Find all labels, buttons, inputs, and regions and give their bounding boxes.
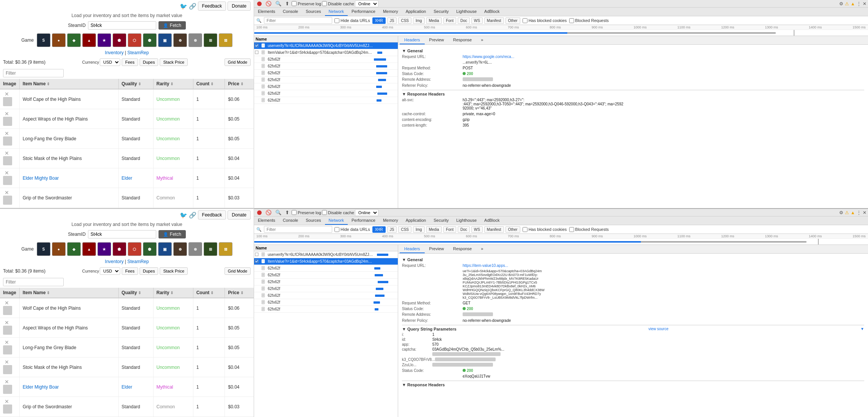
- tab-security-bottom[interactable]: Security: [430, 216, 452, 225]
- dupes-button-bottom[interactable]: Dupes: [140, 267, 159, 275]
- preserve-log-checkbox-bottom[interactable]: [292, 210, 297, 215]
- col-image-top[interactable]: Image: [0, 79, 19, 89]
- tab-performance-top[interactable]: Performance: [348, 8, 379, 16]
- tab-memory-top[interactable]: Memory: [379, 8, 402, 16]
- filter-input-bottom[interactable]: [3, 278, 64, 286]
- net-list-item[interactable]: 62fx62f: [254, 279, 398, 285]
- chip-ws-bottom[interactable]: WS: [471, 226, 483, 233]
- fetch-button-bottom[interactable]: Fetch: [159, 230, 186, 238]
- tab-lighthouse-top[interactable]: Lighthouse: [452, 8, 480, 16]
- net-list-item[interactable]: 62fx62f: [254, 292, 398, 299]
- remove-item-button[interactable]: ✕: [3, 379, 11, 385]
- remove-item-button[interactable]: ✕: [3, 170, 11, 176]
- view-source-link-bottom[interactable]: view source: [648, 327, 669, 331]
- tab-sources-bottom[interactable]: Sources: [302, 216, 325, 225]
- chip-img-top[interactable]: Img: [413, 17, 425, 24]
- fees-button-bottom[interactable]: Fees: [122, 267, 138, 275]
- blocked-requests-top[interactable]: Blocked Requests: [569, 18, 609, 23]
- chip-font-top[interactable]: Font: [443, 17, 456, 24]
- net-list-item[interactable]: 62fx62f: [254, 272, 398, 279]
- col-image-bottom[interactable]: Image: [0, 288, 19, 298]
- game-icon-7-b[interactable]: ⬡: [128, 242, 141, 256]
- tab-elements-bottom[interactable]: Elements: [254, 216, 279, 225]
- chip-ws-top[interactable]: WS: [471, 17, 483, 24]
- game-icon-10-b[interactable]: ⊕: [173, 242, 187, 256]
- net-list-item[interactable]: 62fx62f: [254, 77, 398, 83]
- game-icon-4-b[interactable]: ▲: [82, 242, 96, 256]
- game-icon-5-b[interactable]: ★: [97, 242, 111, 256]
- stack-price-button-bottom[interactable]: Stack Price: [160, 267, 188, 275]
- tab-application-top[interactable]: Application: [402, 8, 430, 16]
- chip-other-bottom[interactable]: Other: [505, 226, 520, 233]
- chain-icon-bottom[interactable]: 🔗: [189, 212, 196, 219]
- remove-item-button[interactable]: ✕: [3, 300, 11, 306]
- details-tab-response-bottom[interactable]: Response: [449, 245, 477, 253]
- chip-img-bottom[interactable]: Img: [413, 226, 425, 233]
- chip-xhr-top[interactable]: XHR: [372, 17, 386, 24]
- tab-application-bottom[interactable]: Application: [402, 216, 430, 225]
- tab-adblock-bottom[interactable]: AdBlock: [480, 216, 503, 225]
- chip-xhr-bottom[interactable]: XHR: [372, 226, 386, 233]
- settings-icon-top[interactable]: ⚙: [839, 1, 843, 6]
- tab-sources-top[interactable]: Sources: [302, 8, 325, 16]
- game-icon-6[interactable]: ⬟: [113, 33, 126, 47]
- col-count-top[interactable]: Count: [193, 79, 225, 89]
- col-count-bottom[interactable]: Count: [193, 288, 225, 298]
- more-icon-bottom[interactable]: ⋮: [857, 210, 861, 215]
- stack-price-button-top[interactable]: Stack Price: [160, 58, 188, 66]
- remove-item-button[interactable]: ✕: [3, 111, 11, 117]
- net-list-item[interactable]: userverify?k=6LfCRkUAAAAA0k3W9Qc4zBY0rbN…: [254, 251, 398, 258]
- net-list-item[interactable]: ItemValue?i=1&id=St4ck&app=570&captcha=0…: [254, 258, 398, 265]
- net-list-item[interactable]: 62fx62f: [254, 70, 398, 77]
- game-icon-11-b[interactable]: ⊗: [188, 242, 202, 256]
- record-button-bottom[interactable]: [257, 210, 262, 215]
- details-tab-headers-bottom[interactable]: Headers: [400, 245, 425, 253]
- steamid-input-bottom[interactable]: [88, 230, 156, 238]
- game-icon-9[interactable]: ▣: [158, 33, 172, 47]
- game-icon-steam[interactable]: S: [37, 33, 50, 47]
- fetch-button-top[interactable]: Fetch: [159, 21, 186, 30]
- chip-js-bottom[interactable]: JS: [387, 226, 397, 233]
- game-icon-12-b[interactable]: ⊞: [204, 242, 217, 256]
- chip-manifest-bottom[interactable]: Manifest: [484, 226, 504, 233]
- remove-item-button[interactable]: ✕: [3, 398, 11, 404]
- game-icon-10[interactable]: ⊕: [173, 33, 187, 47]
- steamid-input-top[interactable]: [88, 21, 156, 30]
- currency-dropdown-top[interactable]: USDEURGBP: [100, 58, 120, 66]
- tab-network-top[interactable]: Network: [325, 8, 348, 16]
- steamrep-link-top[interactable]: SteamRep: [127, 50, 149, 55]
- clear-button-bottom[interactable]: 🚫: [264, 209, 273, 216]
- col-rarity-top[interactable]: Rarity: [153, 79, 193, 89]
- details-tab-preview-top[interactable]: Preview: [425, 36, 449, 44]
- filter-input-net-top[interactable]: [264, 17, 332, 24]
- col-quality-bottom[interactable]: Quality: [118, 288, 153, 298]
- filter-input-top[interactable]: [3, 69, 64, 77]
- chip-doc-bottom[interactable]: Doc: [458, 226, 470, 233]
- net-list-item[interactable]: 62fx62f: [254, 63, 398, 70]
- chip-media-top[interactable]: Media: [426, 17, 442, 24]
- more-icon-top[interactable]: ⋮: [857, 1, 861, 6]
- remove-item-button[interactable]: ✕: [3, 359, 11, 365]
- game-icon-steam-b[interactable]: S: [37, 242, 50, 256]
- chip-js-top[interactable]: JS: [387, 17, 397, 24]
- filter-icon-top[interactable]: 🔍: [274, 0, 283, 7]
- game-icon-13-b[interactable]: ⊠: [219, 242, 232, 256]
- tab-console-bottom[interactable]: Console: [279, 216, 302, 225]
- grid-mode-button-top[interactable]: Grid Mode: [224, 58, 251, 66]
- net-list-item[interactable]: 62fx62f: [254, 83, 398, 90]
- tab-performance-bottom[interactable]: Performance: [348, 216, 379, 225]
- game-icon-13[interactable]: ⊠: [219, 33, 232, 47]
- currency-dropdown-bottom[interactable]: USDEURGBP: [100, 267, 120, 275]
- donate-button-top[interactable]: Donate: [228, 2, 251, 11]
- net-list-item[interactable]: 62fx62f: [254, 306, 398, 313]
- game-icon-6-b[interactable]: ⬟: [113, 242, 126, 256]
- remove-item-button[interactable]: ✕: [3, 190, 11, 196]
- game-icon-12[interactable]: ⊞: [204, 33, 217, 47]
- net-list-item[interactable]: ItemValue?i=1&id=St4ck&app=570&captcha=0…: [254, 49, 398, 56]
- import-icon-bottom[interactable]: ⬆: [284, 209, 291, 216]
- game-icon-11[interactable]: ⊗: [188, 33, 202, 47]
- game-icon-9-b[interactable]: ▣: [158, 242, 172, 256]
- filter-icon-bottom-dt[interactable]: 🔍: [274, 209, 283, 216]
- remove-item-button[interactable]: ✕: [3, 130, 11, 136]
- preserve-log-label-top[interactable]: Preserve log: [292, 1, 321, 6]
